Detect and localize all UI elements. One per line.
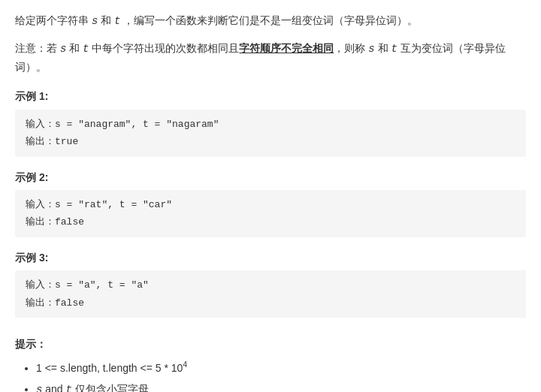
example-1: 示例 1: 输入：s = "anagram", t = "nagaram" 输出…	[15, 88, 526, 156]
hint-2-and: and	[45, 383, 62, 392]
example-2-block: 输入：s = "rat", t = "car" 输出：false	[15, 190, 526, 237]
note-s-var: s	[60, 43, 66, 55]
example-3-input: 输入：s = "a", t = "a"	[26, 276, 515, 294]
example-1-output: 输出：true	[26, 133, 515, 150]
example-3-output: 输出：false	[26, 294, 515, 312]
example-2-output: 输出：false	[26, 213, 515, 231]
example-2: 示例 2: 输入：s = "rat", t = "car" 输出：false	[15, 169, 526, 237]
examples-section: 示例 1: 输入：s = "anagram", t = "nagaram" 输出…	[15, 88, 526, 318]
example-3-title: 示例 3:	[15, 249, 526, 266]
example-2-input: 输入：s = "rat", t = "car"	[26, 196, 515, 213]
hint-2-t: t	[66, 384, 72, 392]
hints-list: 1 <= s.length, t.length <= 5 * 104 s and…	[15, 358, 526, 392]
hints-section: 提示： 1 <= s.length, t.length <= 5 * 104 s…	[15, 336, 526, 392]
example-1-block: 输入：s = "anagram", t = "nagaram" 输出：true	[15, 110, 526, 157]
hint-item-2: s and t 仅包含小写字母	[36, 381, 526, 392]
t-var: t	[114, 15, 120, 27]
hint-2-desc: 仅包含小写字母	[75, 383, 149, 392]
note-t2-var: t	[391, 43, 397, 55]
note-text: 注意：若 s 和 t 中每个字符出现的次数都相同且字符顺序不完全相同，则称 s …	[15, 40, 526, 77]
example-3: 示例 3: 输入：s = "a", t = "a" 输出：false	[15, 249, 526, 318]
hint-2-s: s	[36, 384, 42, 392]
problem-description: 给定两个字符串 s 和 t ，编写一个函数来判断它们是不是一组变位词（字母异位词…	[15, 12, 526, 76]
note-bold-text: 字符顺序不完全相同	[239, 42, 334, 54]
example-2-title: 示例 2:	[15, 169, 526, 185]
example-1-input: 输入：s = "anagram", t = "nagaram"	[26, 116, 515, 133]
hints-title: 提示：	[15, 336, 526, 352]
hint-1-sup: 4	[183, 360, 187, 369]
example-3-block: 输入：s = "a", t = "a" 输出：false	[15, 270, 526, 318]
s-var: s	[92, 15, 98, 27]
hint-1-text: 1 <= s.length, t.length <= 5 * 104	[36, 362, 187, 374]
example-1-title: 示例 1:	[15, 88, 526, 104]
note-t-var: t	[83, 43, 89, 55]
description-text: 给定两个字符串 s 和 t ，编写一个函数来判断它们是不是一组变位词（字母异位词…	[15, 12, 526, 31]
note-s2-var: s	[368, 43, 374, 55]
hint-item-1: 1 <= s.length, t.length <= 5 * 104	[36, 358, 526, 377]
hint-2-text: s and t 仅包含小写字母	[36, 383, 149, 392]
